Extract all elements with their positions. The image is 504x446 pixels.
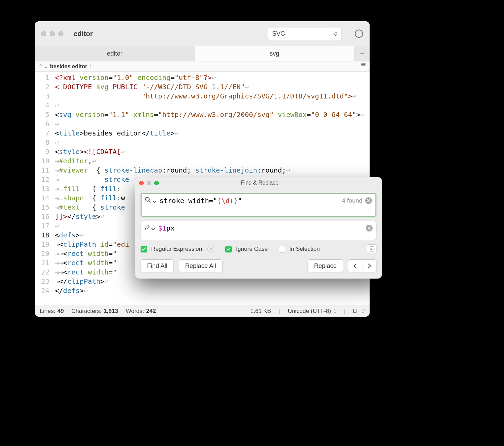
- info-icon[interactable]: [355, 29, 363, 38]
- prev-next-group: [348, 259, 376, 272]
- options-row: Regular Expression ? Ignore Case In Sele…: [141, 244, 376, 254]
- tab-label: editor: [107, 50, 122, 57]
- separator: [348, 27, 348, 40]
- clear-icon[interactable]: [365, 197, 372, 204]
- zoom-dot[interactable]: [58, 31, 63, 36]
- status-words: Words: 242: [126, 308, 156, 315]
- result-count: 4 found: [342, 197, 362, 204]
- search-text: stroke-width="(\d+)": [159, 197, 242, 205]
- chevron-updown-icon: [333, 309, 336, 313]
- tab-editor[interactable]: editor: [35, 46, 195, 61]
- prev-button[interactable]: [348, 259, 362, 272]
- traffic-lights: [139, 181, 159, 185]
- more-options-button[interactable]: [367, 244, 376, 254]
- chevron-down-icon[interactable]: [153, 197, 157, 205]
- find-titlebar: Find & Replace: [135, 177, 382, 189]
- svg-point-7: [370, 249, 371, 250]
- chevron-updown-icon: [334, 32, 337, 36]
- find-all-button[interactable]: Find All: [141, 259, 174, 272]
- pencil-icon: [144, 224, 150, 232]
- chevron-updown-icon: [362, 309, 365, 313]
- status-lines: Lines: 49: [40, 308, 64, 315]
- panel-icon[interactable]: [361, 63, 366, 70]
- find-replace-panel: Find & Replace stroke-width="(\d+)" 4 fo…: [135, 177, 382, 279]
- status-filesize: 1.61 KB: [250, 308, 271, 315]
- search-icon: [145, 197, 151, 205]
- svg-point-8: [371, 249, 372, 250]
- line-gutter: 123456789101112131415161718192021222324: [35, 72, 52, 305]
- svg-rect-4: [361, 64, 365, 66]
- tab-label: svg: [269, 50, 279, 57]
- svg-rect-2: [359, 33, 359, 36]
- status-bar: Lines: 49 Characters: 1,613 Words: 242 1…: [35, 305, 370, 317]
- replace-all-button[interactable]: Replace All: [179, 259, 223, 272]
- tab-add-button[interactable]: +: [355, 46, 370, 61]
- checkbox-selection[interactable]: [279, 246, 285, 253]
- checkbox-ignorecase[interactable]: [225, 246, 232, 253]
- label-ignorecase: Ignore Case: [236, 246, 268, 253]
- find-title: Find & Replace: [159, 180, 361, 186]
- svg-point-9: [373, 249, 374, 250]
- replace-button[interactable]: Replace: [308, 259, 343, 272]
- titlebar: editor SVG: [35, 21, 370, 46]
- replace-text: $1px: [158, 224, 175, 232]
- chevron-down-icon[interactable]: [151, 224, 155, 232]
- chevron-updown-icon: [89, 65, 92, 68]
- label-selection: In Selection: [289, 246, 320, 253]
- svg-point-5: [146, 198, 149, 201]
- format-select-value: SVG: [272, 30, 285, 37]
- svg-point-1: [359, 32, 360, 33]
- help-icon[interactable]: ?: [207, 246, 214, 253]
- path-bar: ⌃⌄ besides editor: [35, 61, 370, 72]
- clear-icon[interactable]: [366, 225, 373, 232]
- label-regex: Regular Expression: [151, 246, 202, 253]
- svg-line-6: [149, 201, 151, 202]
- close-dot[interactable]: [41, 31, 46, 36]
- button-row: Find All Replace All Replace: [141, 259, 376, 272]
- minimize-dot[interactable]: [147, 181, 151, 185]
- plus-icon: +: [360, 49, 364, 58]
- status-encoding[interactable]: Unicode (UTF-8): [288, 308, 336, 315]
- path-label[interactable]: besides editor: [50, 63, 87, 70]
- tab-svg[interactable]: svg: [195, 46, 355, 61]
- search-field[interactable]: stroke-width="(\d+)" 4 found: [141, 193, 376, 217]
- path-nav-arrows[interactable]: ⌃⌄: [38, 63, 48, 70]
- status-characters: Characters: 1,613: [71, 308, 118, 315]
- status-line-ending[interactable]: LF: [353, 308, 365, 315]
- format-select[interactable]: SVG: [268, 27, 342, 40]
- window-title: editor: [74, 30, 268, 38]
- next-button[interactable]: [362, 259, 376, 272]
- zoom-dot[interactable]: [154, 181, 159, 185]
- traffic-lights: [41, 31, 63, 36]
- checkbox-regex[interactable]: [141, 246, 147, 253]
- minimize-dot[interactable]: [50, 31, 55, 36]
- replace-field[interactable]: $1px: [141, 221, 376, 240]
- tab-strip: editor svg +: [35, 46, 370, 61]
- close-dot[interactable]: [139, 181, 144, 185]
